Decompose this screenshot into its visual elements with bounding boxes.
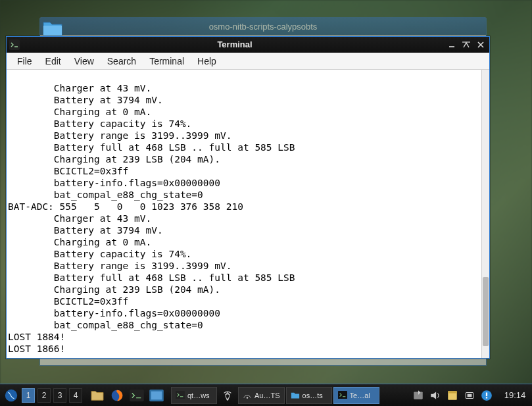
menubar: File Edit View Search Terminal Help: [7, 53, 489, 70]
terminal-icon: [338, 391, 347, 400]
window-title: Terminal: [24, 39, 446, 49]
terminal-line: Battery at 3794 mV.: [8, 225, 163, 236]
task-terminal[interactable]: Te…al: [333, 387, 379, 404]
svg-rect-14: [468, 393, 472, 397]
start-menu-button[interactable]: [3, 387, 20, 404]
notification-icon[interactable]: [481, 390, 493, 401]
scrollbar-thumb[interactable]: [483, 277, 489, 346]
terminal-line: Battery full at 468 LSB .. full at 585 L…: [8, 272, 295, 283]
terminal-line: Battery full at 468 LSB .. full at 585 L…: [8, 142, 295, 153]
power-icon[interactable]: [464, 390, 475, 401]
terminal-app-icon: [9, 39, 20, 50]
system-tray: 19:14: [412, 390, 529, 401]
workspace-1[interactable]: 1: [22, 388, 35, 403]
svg-rect-17: [486, 397, 487, 398]
network-manager-icon[interactable]: [218, 387, 237, 404]
removable-media-icon[interactable]: [412, 390, 424, 401]
terminal-output[interactable]: Charger at 43 mV. Battery at 3794 mV. Ch…: [7, 70, 489, 358]
terminal-line: BAT-ADC: 555 5 0 0 1023 376 358 210: [8, 201, 243, 212]
network-icon: [243, 391, 252, 400]
terminal-line: LOST 1884!: [8, 332, 65, 342]
terminal-line: Battery range is 3199..3999 mV.: [8, 261, 231, 271]
terminal-line: LOST 1866!: [8, 343, 65, 354]
terminal-line: Charging at 0 mA.: [8, 237, 151, 247]
folder-icon: [291, 391, 300, 400]
svg-rect-16: [486, 392, 487, 396]
svg-rect-0: [9, 39, 20, 50]
show-desktop-button[interactable]: [147, 387, 166, 404]
terminal-line: Charger at 43 mV.: [8, 213, 151, 224]
task-label: qt…ws: [187, 392, 210, 399]
task-qtws[interactable]: qt…ws: [171, 387, 217, 404]
terminal-line: bat_compal_e88_chg_state=0: [8, 190, 203, 200]
folder-icon: [42, 20, 63, 37]
terminal-line: BCICTL2=0x3ff: [8, 166, 128, 176]
task-label: Te…al: [350, 392, 370, 399]
workspace-4[interactable]: 4: [69, 388, 82, 403]
workspace-2[interactable]: 2: [37, 388, 51, 403]
window-titlebar[interactable]: Terminal: [7, 37, 489, 53]
terminal-launcher[interactable]: [128, 387, 146, 404]
svg-point-7: [227, 398, 229, 400]
terminal-line: Charging at 239 LSB (204 mA).: [8, 154, 220, 165]
taskbar: 1 2 3 4 qt…ws Au…TS os…ts Te…al 19: [0, 384, 532, 406]
task-osts[interactable]: os…ts: [286, 387, 332, 404]
menu-view[interactable]: View: [68, 54, 101, 68]
task-auts[interactable]: Au…TS: [238, 387, 285, 404]
terminal-scrollbar[interactable]: [481, 70, 489, 358]
maximize-button[interactable]: [460, 39, 472, 50]
workspace-3[interactable]: 3: [53, 388, 66, 403]
menu-file[interactable]: File: [11, 54, 39, 68]
task-label: Au…TS: [254, 392, 280, 399]
svg-rect-9: [338, 391, 347, 399]
terminal-icon: [176, 391, 185, 400]
background-window-title: osmo-nitb-scripts-calypsobts: [40, 18, 486, 35]
svg-rect-3: [130, 390, 144, 401]
firefox-launcher[interactable]: [108, 387, 126, 404]
close-button[interactable]: [475, 39, 487, 50]
menu-search[interactable]: Search: [101, 54, 143, 68]
terminal-line: Battery capacity is 74%.: [8, 118, 191, 129]
filemanager-launcher[interactable]: [88, 387, 107, 404]
svg-rect-6: [176, 391, 185, 399]
terminal-line: battery-info.flags=0x00000000: [8, 308, 220, 318]
volume-icon[interactable]: [429, 390, 441, 401]
terminal-line: Charging at 239 LSB (204 mA).: [8, 284, 220, 295]
minimize-button[interactable]: [446, 39, 458, 50]
terminal-line: Battery range is 3199..3999 mV.: [8, 130, 231, 141]
terminal-line: Charging at 0 mA.: [8, 107, 151, 117]
svg-rect-12: [448, 391, 457, 393]
task-label: os…ts: [302, 392, 323, 399]
menu-help[interactable]: Help: [191, 54, 223, 68]
terminal-line: BCICTL2=0x3ff: [8, 296, 128, 307]
terminal-line: Charger at 43 mV.: [8, 83, 151, 93]
svg-rect-5: [151, 391, 162, 399]
menu-terminal[interactable]: Terminal: [143, 54, 191, 68]
svg-point-8: [247, 397, 248, 398]
terminal-line: battery-info.flags=0x00000000: [8, 178, 220, 188]
terminal-line: Battery capacity is 74%.: [8, 249, 191, 259]
terminal-line: bat_compal_e88_chg_state=0: [8, 320, 203, 330]
taskbar-clock[interactable]: 19:14: [502, 390, 528, 400]
terminal-window: Terminal File Edit View Search Terminal …: [6, 36, 490, 359]
terminal-line: Battery at 3794 mV.: [8, 95, 163, 105]
notes-icon[interactable]: [447, 390, 458, 401]
menu-edit[interactable]: Edit: [39, 54, 68, 68]
